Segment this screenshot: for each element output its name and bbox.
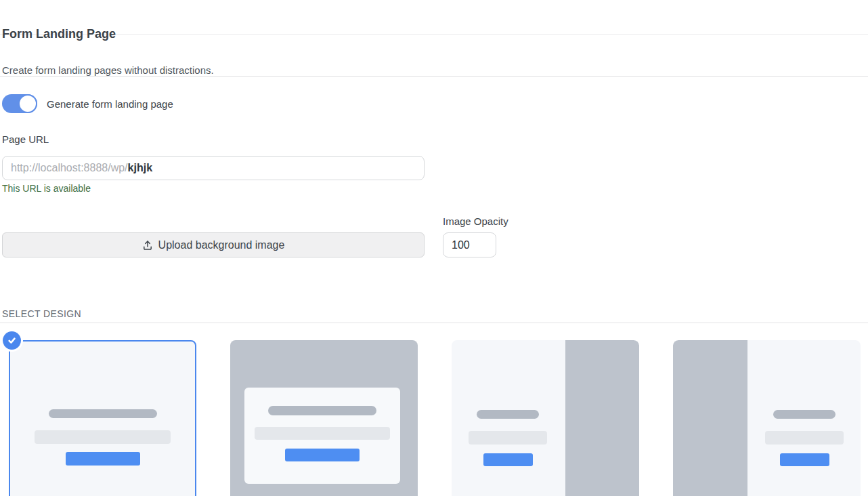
design-preview-content bbox=[748, 340, 861, 466]
upload-icon bbox=[142, 240, 153, 251]
page-url-label: Page URL bbox=[2, 133, 868, 146]
design-option-4[interactable] bbox=[673, 340, 861, 496]
preview-button-bar bbox=[483, 453, 533, 466]
preview-heading-bar bbox=[773, 410, 836, 419]
design-option-3[interactable] bbox=[452, 340, 639, 496]
design-preview-image-panel bbox=[565, 340, 639, 496]
upload-button-label: Upload background image bbox=[158, 239, 285, 251]
url-availability-status: This URL is available bbox=[2, 182, 868, 194]
form-landing-page-settings: Form Landing Page Create form landing pa… bbox=[0, 27, 868, 496]
design-preview-form-panel bbox=[244, 388, 400, 484]
toggle-knob bbox=[18, 94, 37, 113]
page-url-prefix: http://localhost:8888/wp/ bbox=[11, 162, 128, 174]
preview-text-bar bbox=[469, 431, 547, 445]
upload-background-image-button[interactable]: Upload background image bbox=[2, 232, 425, 257]
image-opacity-label: Image Opacity bbox=[443, 215, 508, 228]
preview-button-bar bbox=[285, 449, 360, 461]
preview-heading-bar bbox=[268, 406, 376, 415]
image-opacity-field: Image Opacity bbox=[443, 215, 508, 257]
preview-text-bar bbox=[35, 430, 171, 444]
preview-text-bar bbox=[255, 427, 390, 440]
generate-toggle-row: Generate form landing page bbox=[2, 94, 868, 113]
select-design-heading: SELECT DESIGN bbox=[2, 308, 868, 320]
design-option-2[interactable] bbox=[230, 340, 418, 496]
design-option-1-selected[interactable] bbox=[9, 340, 196, 496]
selected-check-icon bbox=[3, 331, 21, 350]
preview-text-bar bbox=[765, 431, 844, 445]
design-preview-content bbox=[244, 406, 400, 461]
design-options-list bbox=[2, 340, 868, 496]
preview-button-bar bbox=[780, 453, 829, 466]
design-preview-content bbox=[452, 340, 564, 466]
page-description: Create form landing pages without distra… bbox=[2, 64, 868, 77]
page-title: Form Landing Page bbox=[2, 27, 868, 41]
preview-button-bar bbox=[66, 452, 140, 466]
page-url-value: kjhjk bbox=[128, 162, 152, 174]
design-preview-content bbox=[10, 409, 195, 466]
background-image-row: Upload background image Image Opacity bbox=[2, 215, 868, 257]
generate-landing-page-toggle[interactable] bbox=[2, 94, 37, 113]
page-url-input[interactable]: http://localhost:8888/wp/ kjhjk bbox=[2, 156, 425, 180]
preview-heading-bar bbox=[49, 409, 157, 418]
design-preview-image-panel bbox=[673, 340, 747, 496]
preview-heading-bar bbox=[477, 410, 539, 419]
toggle-label: Generate form landing page bbox=[47, 98, 173, 110]
image-opacity-input[interactable] bbox=[443, 232, 496, 257]
